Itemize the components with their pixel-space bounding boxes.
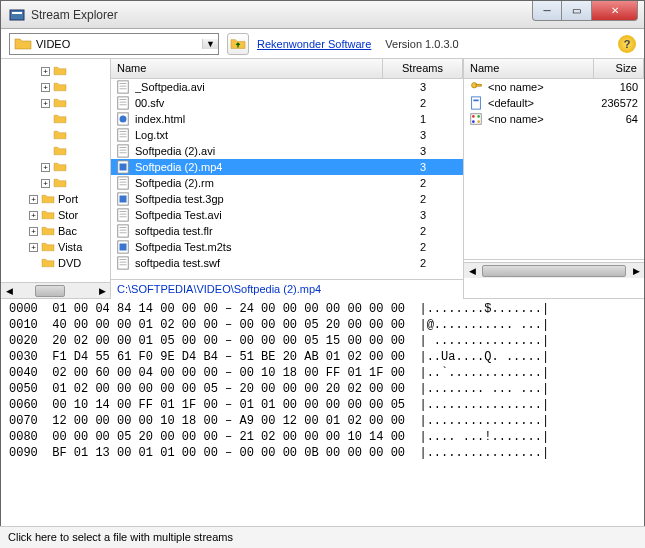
column-stream-name[interactable]: Name (464, 59, 594, 78)
tree-expander[interactable]: + (29, 195, 38, 204)
svg-point-49 (472, 120, 475, 123)
tree-item[interactable]: DVD (1, 255, 110, 271)
file-row[interactable]: index.html1 (111, 111, 463, 127)
tree-label: Bac (58, 225, 77, 237)
chevron-down-icon[interactable]: ▼ (202, 39, 218, 49)
file-name: softpedia test.flr (135, 225, 383, 237)
folder-icon (14, 36, 32, 52)
file-row[interactable]: Log.txt3 (111, 127, 463, 143)
file-row[interactable]: Softpedia (2).avi3 (111, 143, 463, 159)
file-streams: 2 (383, 97, 463, 109)
vendor-link[interactable]: Rekenwonder Software (257, 38, 371, 50)
path-combo-text: VIDEO (36, 38, 202, 50)
tree-item[interactable]: +Bac (1, 223, 110, 239)
stream-row[interactable]: <no name>160 (464, 79, 644, 95)
tree-item[interactable]: + (1, 79, 110, 95)
toolbar: VIDEO ▼ Rekenwonder Software Version 1.0… (1, 29, 644, 59)
tree-item[interactable]: + (1, 159, 110, 175)
folder-icon (53, 129, 67, 141)
svg-rect-21 (120, 164, 127, 171)
file-name: Log.txt (135, 129, 383, 141)
tree-item[interactable]: + (1, 95, 110, 111)
svg-point-50 (477, 120, 480, 123)
tree-label: DVD (58, 257, 81, 269)
folder-icon (53, 65, 67, 77)
svg-rect-37 (120, 244, 127, 251)
tree-expander[interactable]: + (29, 243, 38, 252)
svg-rect-0 (10, 10, 24, 20)
tree-expander[interactable]: + (41, 163, 50, 172)
tree-expander[interactable]: + (29, 227, 38, 236)
stream-size: 236572 (594, 97, 644, 109)
selected-path: C:\SOFTPEDIA\VIDEO\Softpedia (2).mp4 (111, 279, 463, 299)
stream-list: Name Size <no name>160<default>236572<no… (464, 59, 644, 298)
column-stream-size[interactable]: Size (594, 59, 644, 78)
help-button[interactable]: ? (618, 35, 636, 53)
tree-item[interactable]: +Port (1, 191, 110, 207)
file-row[interactable]: Softpedia test.3gp2 (111, 191, 463, 207)
tree-expander[interactable]: + (41, 83, 50, 92)
file-name: Softpedia Test.avi (135, 209, 383, 221)
file-name: 00.sfv (135, 97, 383, 109)
file-icon (115, 176, 131, 190)
tree-item[interactable] (1, 143, 110, 159)
file-name: _Softpedia.avi (135, 81, 383, 93)
folder-icon (53, 97, 67, 109)
folder-icon (53, 145, 67, 157)
stream-row[interactable]: <default>236572 (464, 95, 644, 111)
file-row[interactable]: 00.sfv2 (111, 95, 463, 111)
column-streams[interactable]: Streams (383, 59, 463, 78)
folder-tree[interactable]: ++++++Port+Stor+Bac+VistaDVD ◀ ▶ (1, 59, 111, 298)
file-row[interactable]: Softpedia (2).rm2 (111, 175, 463, 191)
file-name: Softpedia (2).mp4 (135, 161, 383, 173)
tree-expander[interactable]: + (29, 211, 38, 220)
tree-label: Stor (58, 209, 78, 221)
file-row[interactable]: softpedia test.swf2 (111, 255, 463, 271)
file-streams: 3 (383, 145, 463, 157)
folder-icon (41, 193, 55, 205)
scroll-left-icon[interactable]: ◀ (464, 266, 480, 276)
stream-icon (468, 112, 484, 126)
stream-row[interactable]: <no name>64 (464, 111, 644, 127)
file-row[interactable]: Softpedia Test.m2ts2 (111, 239, 463, 255)
path-combo[interactable]: VIDEO ▼ (9, 33, 219, 55)
minimize-button[interactable]: ─ (532, 1, 562, 21)
window-title: Stream Explorer (31, 8, 532, 22)
close-button[interactable]: ✕ (592, 1, 638, 21)
scroll-right-icon[interactable]: ▶ (628, 266, 644, 276)
maximize-button[interactable]: ▭ (562, 1, 592, 21)
scroll-left-icon[interactable]: ◀ (1, 286, 17, 296)
scroll-thumb[interactable] (35, 285, 65, 297)
file-row[interactable]: Softpedia Test.avi3 (111, 207, 463, 223)
hex-viewer[interactable]: 0000 01 00 04 84 14 00 00 00 – 24 00 00 … (1, 299, 644, 499)
tree-item[interactable] (1, 127, 110, 143)
file-name: Softpedia test.3gp (135, 193, 383, 205)
tree-expander[interactable]: + (41, 179, 50, 188)
tree-item[interactable]: +Vista (1, 239, 110, 255)
tree-item[interactable]: +Stor (1, 207, 110, 223)
up-folder-button[interactable] (227, 33, 249, 55)
stream-name: <no name> (488, 113, 594, 125)
stream-icon (468, 80, 484, 94)
tree-item[interactable]: + (1, 175, 110, 191)
titlebar: Stream Explorer ─ ▭ ✕ (1, 1, 644, 29)
folder-icon (41, 241, 55, 253)
stream-icon (468, 96, 484, 110)
folder-icon (41, 257, 55, 269)
scroll-right-icon[interactable]: ▶ (94, 286, 110, 296)
column-name[interactable]: Name (111, 59, 383, 78)
file-row[interactable]: softpedia test.flr2 (111, 223, 463, 239)
tree-scrollbar[interactable]: ◀ ▶ (1, 282, 110, 298)
status-bar[interactable]: Click here to select a file with multipl… (0, 526, 645, 548)
scroll-thumb[interactable] (482, 265, 626, 277)
file-streams: 2 (383, 193, 463, 205)
file-row[interactable]: _Softpedia.avi3 (111, 79, 463, 95)
tree-item[interactable]: + (1, 63, 110, 79)
tree-item[interactable] (1, 111, 110, 127)
file-row[interactable]: Softpedia (2).mp43 (111, 159, 463, 175)
tree-expander[interactable]: + (41, 99, 50, 108)
version-label: Version 1.0.3.0 (385, 38, 458, 50)
file-streams: 3 (383, 129, 463, 141)
tree-expander[interactable]: + (41, 67, 50, 76)
stream-scrollbar[interactable]: ◀ ▶ (464, 262, 644, 278)
